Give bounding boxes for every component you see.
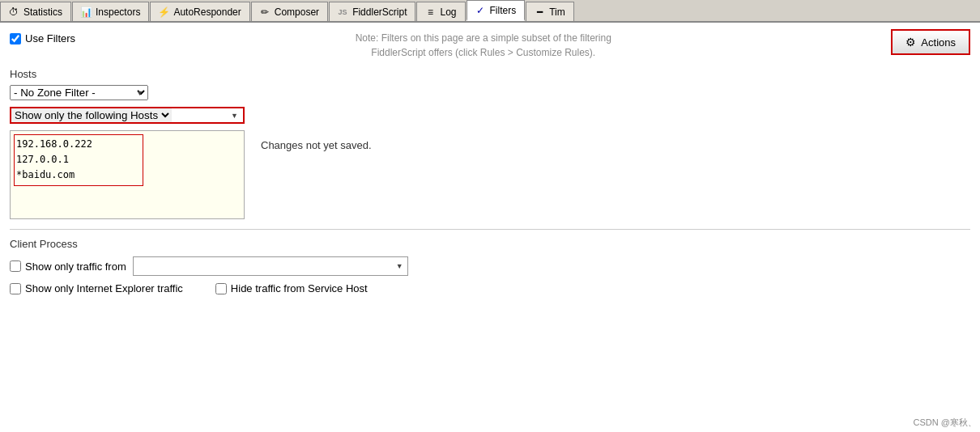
zone-filter-wrapper: - No Zone Filter - Show only Intranet Ho… (10, 85, 148, 100)
host-list-area[interactable]: 192.168.0.222 127.0.0.1 *baidu.com (10, 130, 245, 219)
inspectors-icon: 📊 (79, 6, 92, 19)
hide-service-checkbox[interactable] (215, 283, 227, 294)
tab-timeline[interactable]: ━ Tim (526, 2, 574, 21)
top-row: Use Filters Note: Filters on this page a… (10, 29, 970, 60)
show-traffic-checkbox[interactable] (10, 260, 21, 272)
actions-icon: ⚙ (905, 36, 916, 49)
tab-fiddlerscript[interactable]: JS FiddlerScript (329, 2, 415, 21)
host-entry-2: 127.0.0.1 (16, 152, 141, 167)
statistics-icon: ⏱ (7, 6, 20, 19)
hosts-section: Hosts - No Zone Filter - Show only Intra… (10, 68, 970, 219)
show-traffic-label: Show only traffic from (10, 260, 126, 273)
client-process-label: Client Process (10, 238, 970, 250)
watermark: CSDN @寒秋、 (914, 417, 977, 429)
use-filters-label[interactable]: Use Filters (25, 32, 75, 44)
changes-text: Changes not yet saved. (261, 139, 372, 151)
tab-log[interactable]: ≡ Log (416, 2, 465, 21)
tab-autoresponder[interactable]: ⚡ AutoResponder (150, 2, 249, 21)
tab-filters[interactable]: ✓ Filters (467, 0, 526, 21)
tab-statistics[interactable]: ⏱ Statistics (0, 2, 71, 21)
filters-icon: ✓ (474, 4, 487, 17)
zone-filter-dropdown[interactable]: - No Zone Filter - Show only Intranet Ho… (10, 85, 148, 100)
composer-icon: ✏ (258, 6, 271, 19)
traffic-from-dropdown[interactable] (133, 256, 408, 276)
hosts-section-label: Hosts (10, 68, 970, 80)
traffic-from-wrapper (133, 256, 408, 276)
autoresponder-icon: ⚡ (157, 6, 170, 19)
actions-button[interactable]: ⚙ Actions (891, 29, 970, 55)
fiddlerscript-icon: JS (336, 6, 349, 19)
show-traffic-row: Show only traffic from (10, 256, 970, 276)
tab-bar: ⏱ Statistics 📊 Inspectors ⚡ AutoResponde… (0, 0, 980, 23)
main-content: Use Filters Note: Filters on this page a… (0, 23, 980, 432)
use-filters-checkbox[interactable] (10, 33, 21, 44)
hide-service-label: Hide traffic from Service Host (215, 282, 368, 294)
host-entry-1: 192.168.0.222 (16, 137, 141, 152)
host-entry-3: *baidu.com (16, 167, 141, 183)
tab-composer[interactable]: ✏ Composer (251, 2, 328, 21)
host-filter-dropdown[interactable]: Show only the following Hosts Hide the f… (11, 108, 172, 122)
hosts-filter-row: Show only the following Hosts Hide the f… (10, 107, 970, 219)
note-text: Note: Filters on this page are a simple … (92, 29, 875, 60)
hosts-left: Show only the following Hosts Hide the f… (10, 107, 245, 219)
show-ie-label: Show only Internet Explorer traffic (10, 282, 183, 294)
use-filters-row: Use Filters (10, 32, 75, 44)
bottom-checkboxes: Show only Internet Explorer traffic Hide… (10, 282, 970, 294)
host-filter-wrapper: Show only the following Hosts Hide the f… (10, 107, 245, 124)
host-list-inner: 192.168.0.222 127.0.0.1 *baidu.com (14, 134, 143, 186)
timeline-icon: ━ (533, 6, 546, 19)
tab-inspectors[interactable]: 📊 Inspectors (72, 2, 149, 21)
log-icon: ≡ (424, 6, 437, 19)
client-process-section: Client Process Show only traffic from Sh… (10, 238, 970, 294)
show-ie-checkbox[interactable] (10, 283, 21, 294)
